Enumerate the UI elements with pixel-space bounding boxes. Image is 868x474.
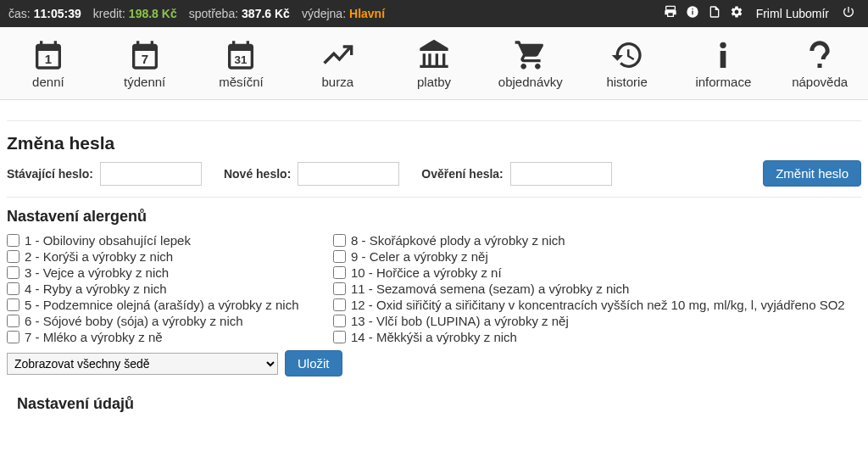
calendar-7-icon: 7 xyxy=(128,37,162,73)
nav-label: měsíční xyxy=(219,75,264,89)
allergen-item[interactable]: 6 - Sójové boby (sója) a výrobky z nich xyxy=(7,313,333,329)
gear-icon[interactable] xyxy=(730,5,743,22)
svg-rect-1 xyxy=(692,11,693,15)
nav-help[interactable]: nápověda xyxy=(771,34,868,92)
nav-info[interactable]: informace xyxy=(675,34,771,92)
svg-text:7: 7 xyxy=(142,52,148,66)
document-icon[interactable] xyxy=(708,5,721,22)
history-icon xyxy=(610,37,644,73)
allergen-label: 7 - Mléko a výrobky z ně xyxy=(25,330,163,344)
nav-orders[interactable]: objednávky xyxy=(482,34,579,92)
info-letter-icon xyxy=(706,37,740,73)
svg-text:31: 31 xyxy=(235,53,248,66)
allergen-label: 11 - Sezamová semena (sezam) a výrobky z… xyxy=(351,282,629,296)
nav-label: platby xyxy=(417,75,451,89)
outlet-value: Hlavní xyxy=(349,7,385,20)
save-allergens-button[interactable]: Uložit xyxy=(285,350,342,376)
svg-rect-2 xyxy=(692,8,693,9)
nav-label: historie xyxy=(606,75,647,89)
allergen-item[interactable]: 8 - Skořápkové plody a výrobky z nich xyxy=(333,232,861,248)
allergen-item[interactable]: 13 - Vlčí bob (LUPINA) a výrobky z něj xyxy=(333,313,861,329)
confirm-password-label: Ověření hesla: xyxy=(421,167,504,181)
svg-text:1: 1 xyxy=(45,52,52,66)
calendar-31-icon: 31 xyxy=(224,37,258,73)
nav-bar: 1 denní 7 týdenní 31 měsíční burza platb… xyxy=(0,27,868,100)
calendar-1-icon: 1 xyxy=(31,37,65,73)
allergen-checkbox[interactable] xyxy=(7,298,19,311)
allergen-item[interactable]: 7 - Mléko a výrobky z ně xyxy=(7,329,333,345)
allergen-checkbox[interactable] xyxy=(7,315,19,327)
nav-label: týdenní xyxy=(124,75,165,89)
allergen-checkbox[interactable] xyxy=(333,331,346,343)
allergens-title: Nastavení alergenů xyxy=(7,208,861,226)
allergen-display-select[interactable]: Zobrazovat všechny šedě xyxy=(7,353,278,375)
top-bar: čas: 11:05:39 kredit: 198.8 Kč spotřeba:… xyxy=(0,0,868,27)
credit-value: 198.8 Kč xyxy=(129,7,177,20)
allergen-label: 10 - Hořčice a výrobky z ní xyxy=(351,265,502,280)
allergen-label: 4 - Ryby a výrobky z nich xyxy=(25,282,167,296)
spend-label: spotřeba: xyxy=(189,7,238,20)
allergen-label: 2 - Korýši a výrobky z nich xyxy=(25,249,173,264)
allergens-grid: 1 - Obiloviny obsahující lepek 2 - Korýš… xyxy=(7,232,861,345)
allergen-label: 14 - Měkkýši a výrobky z nich xyxy=(351,330,517,344)
allergen-checkbox[interactable] xyxy=(7,234,19,247)
confirm-password-input[interactable] xyxy=(510,162,612,186)
allergen-label: 12 - Oxid siřičitý a siřičitany v koncen… xyxy=(351,298,845,312)
nav-weekly[interactable]: 7 týdenní xyxy=(97,34,193,92)
allergen-checkbox[interactable] xyxy=(7,331,19,343)
allergen-item[interactable]: 3 - Vejce a výrobky z nich xyxy=(7,265,333,281)
allergen-item[interactable]: 14 - Měkkýši a výrobky z nich xyxy=(333,329,861,345)
cart-icon xyxy=(514,37,548,73)
allergen-checkbox[interactable] xyxy=(333,250,346,263)
allergen-item[interactable]: 11 - Sezamová semena (sezam) a výrobky z… xyxy=(333,281,861,297)
allergen-item[interactable]: 10 - Hořčice a výrobky z ní xyxy=(333,265,861,281)
allergen-item[interactable]: 9 - Celer a výrobky z něj xyxy=(333,248,861,265)
power-icon[interactable] xyxy=(842,5,855,22)
allergen-item[interactable]: 1 - Obiloviny obsahující lepek xyxy=(7,232,333,248)
current-password-input[interactable] xyxy=(100,162,202,186)
chart-line-icon xyxy=(320,37,354,73)
allergen-label: 5 - Podzemnice olejná (arašídy) a výrobk… xyxy=(25,298,298,312)
nav-label: denní xyxy=(32,75,64,89)
bank-icon xyxy=(417,37,451,73)
info-icon[interactable] xyxy=(686,5,699,22)
allergen-item[interactable]: 12 - Oxid siřičitý a siřičitany v koncen… xyxy=(333,297,861,313)
allergen-checkbox[interactable] xyxy=(7,266,19,279)
nav-burza[interactable]: burza xyxy=(289,34,386,92)
nav-label: nápověda xyxy=(792,75,848,89)
allergen-label: 9 - Celer a výrobky z něj xyxy=(351,249,488,264)
nav-daily[interactable]: 1 denní xyxy=(0,34,97,92)
spend-value: 387.6 Kč xyxy=(242,7,290,20)
allergen-checkbox[interactable] xyxy=(333,315,346,327)
allergen-checkbox[interactable] xyxy=(333,234,346,247)
time-label: čas: xyxy=(8,7,31,20)
allergen-item[interactable]: 2 - Korýši a výrobky z nich xyxy=(7,248,333,265)
nav-payments[interactable]: platby xyxy=(386,34,482,92)
allergen-label: 13 - Vlčí bob (LUPINA) a výrobky z něj xyxy=(351,314,569,328)
question-icon xyxy=(803,37,837,73)
allergen-checkbox[interactable] xyxy=(7,282,19,295)
new-password-input[interactable] xyxy=(298,162,399,186)
nav-history[interactable]: historie xyxy=(579,34,676,92)
new-password-label: Nové heslo: xyxy=(224,167,291,181)
allergen-checkbox[interactable] xyxy=(7,250,19,263)
allergen-checkbox[interactable] xyxy=(333,282,346,295)
allergen-label: 1 - Obiloviny obsahující lepek xyxy=(25,233,191,248)
allergen-item[interactable]: 4 - Ryby a výrobky z nich xyxy=(7,281,333,297)
change-password-button[interactable]: Změnit heslo xyxy=(763,160,861,187)
svg-rect-7 xyxy=(721,51,726,68)
allergen-item[interactable]: 5 - Podzemnice olejná (arašídy) a výrobk… xyxy=(7,297,333,313)
allergen-checkbox[interactable] xyxy=(333,266,346,279)
nav-monthly[interactable]: 31 měsíční xyxy=(193,34,290,92)
current-password-label: Stávající heslo: xyxy=(7,167,93,181)
allergen-label: 6 - Sójové boby (sója) a výrobky z nich xyxy=(25,314,243,328)
allergen-label: 3 - Vejce a výrobky z nich xyxy=(25,265,169,280)
allergen-checkbox[interactable] xyxy=(333,298,346,311)
password-row: Stávající heslo: Nové heslo: Ověření hes… xyxy=(7,160,861,187)
allergen-label: 8 - Skořápkové plody a výrobky z nich xyxy=(351,233,565,248)
password-title: Změna hesla xyxy=(7,133,861,153)
credit-label: kredit: xyxy=(93,7,125,20)
svg-point-6 xyxy=(721,42,726,48)
nav-label: burza xyxy=(321,75,353,89)
print-icon[interactable] xyxy=(664,5,677,22)
